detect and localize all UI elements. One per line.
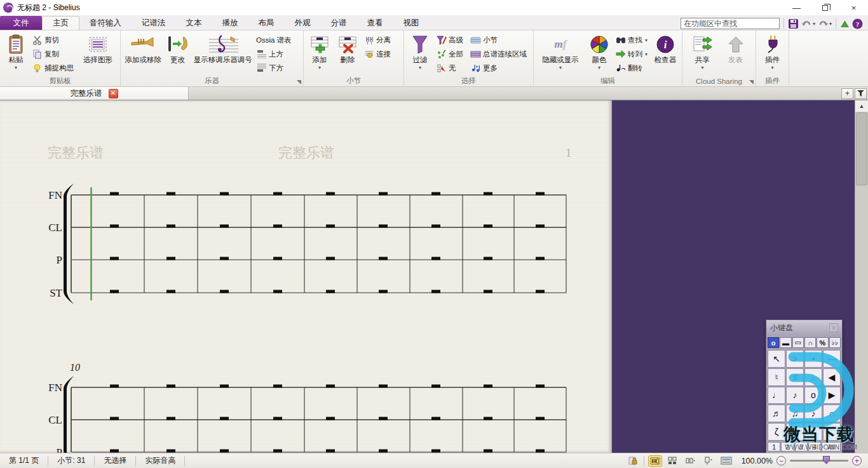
select-more-button[interactable]: 更多 [469, 62, 530, 74]
capture-idea-button[interactable]: 捕捉构思 [31, 62, 80, 74]
keypad-button-3[interactable]: — [823, 350, 841, 368]
zoom-out-button[interactable]: − [776, 456, 786, 465]
view-mode-spreads-button[interactable] [648, 455, 662, 467]
keypad-button-7[interactable]: ◀ [823, 368, 841, 386]
tab-close-button[interactable]: ✕ [109, 89, 118, 98]
ossia-above-button[interactable]: 上方 [255, 48, 301, 60]
keypad-button-18[interactable] [804, 423, 822, 441]
keypad-voice-3[interactable]: 3 [795, 442, 808, 451]
tab-file[interactable]: 文件 [0, 16, 42, 30]
keypad-button-10[interactable]: o [804, 387, 822, 404]
add-bar-dropdown-arrow[interactable]: ▾ [318, 65, 321, 70]
ribbon-tab-9[interactable]: 视图 [393, 16, 430, 30]
ribbon-tab-7[interactable]: 分谱 [321, 16, 357, 30]
keypad-title-bar[interactable]: 小键盘 x [766, 320, 842, 335]
keypad-button-6[interactable]: ♭ [804, 368, 822, 386]
paste-dropdown-arrow[interactable]: ▾ [15, 65, 17, 70]
cut-button[interactable]: 剪切 [31, 34, 80, 46]
flip-button[interactable]: 翻转 [614, 62, 651, 74]
keypad-button-8[interactable]: ♩ [768, 387, 785, 404]
keypad-layout-tab-0[interactable]: o [768, 337, 779, 348]
delete-bar-button[interactable]: 删除 [334, 32, 361, 65]
keypad-button-17[interactable] [786, 423, 804, 441]
keypad-voice-All[interactable]: All [822, 442, 841, 451]
add-remove-instruments-button[interactable]: 添加或移除 [123, 32, 163, 65]
keypad-layout-tab-2[interactable]: ▭ [792, 337, 804, 348]
zoom-in-button[interactable]: + [852, 456, 862, 465]
select-none-button[interactable]: 无 [435, 62, 468, 74]
keypad-voice-2[interactable]: 2 [781, 442, 794, 451]
vertical-scrollbar[interactable]: ▲ [855, 100, 868, 453]
keypad-button-1[interactable]: > [786, 350, 804, 368]
view-mode-single-button[interactable] [702, 455, 715, 467]
keypad-layout-tab-4[interactable]: % [817, 337, 828, 348]
keypad-voice-4[interactable]: 4 [808, 442, 821, 451]
view-mode-pages-button[interactable] [684, 455, 698, 467]
scrollbar-thumb[interactable] [856, 112, 867, 185]
transposing-score-button[interactable]: 显示移调乐器调号 [193, 32, 254, 65]
filter-button[interactable]: 过滤 ▾ [407, 32, 433, 72]
help-button[interactable]: ? [852, 17, 863, 30]
new-tab-button[interactable]: + [841, 88, 853, 99]
keypad-button-11[interactable]: ▶ [823, 387, 841, 404]
plugins-button[interactable]: 插件 ▾ [759, 32, 786, 72]
undo-button[interactable]: ▾ [801, 17, 815, 30]
restore-button[interactable] [811, 0, 839, 15]
select-passage-button[interactable]: 总谱连续区域 [469, 48, 530, 60]
keypad-button-4[interactable]: ♮ [768, 368, 785, 386]
transport-button[interactable] [840, 17, 850, 30]
keypad-button-14[interactable]: ♪ [804, 404, 822, 422]
ribbon-tab-8[interactable]: 查看 [357, 16, 393, 30]
share-dropdown-arrow[interactable]: ▾ [701, 65, 703, 70]
color-button[interactable]: 颜色 ▾ [586, 32, 613, 72]
ribbon-tab-4[interactable]: 播放 [212, 16, 248, 30]
keypad-voice-1[interactable]: 1 [768, 442, 780, 451]
add-bar-button[interactable]: 添加 ▾ [306, 32, 333, 72]
ribbon-tab-5[interactable]: 布局 [248, 16, 285, 30]
page-lock-button[interactable] [626, 455, 640, 467]
inspector-button[interactable]: i 检查器 [652, 32, 679, 65]
cloud-dialog-launcher[interactable]: ◥ [749, 79, 754, 85]
save-button[interactable] [788, 17, 799, 30]
keypad-button-13[interactable]: ♫ [786, 404, 804, 422]
keypad-button-19[interactable] [823, 423, 841, 441]
keypad-layout-tab-5[interactable]: ♭♭ [829, 337, 841, 348]
tab-full-score[interactable]: 完整乐谱 ✕ [0, 87, 189, 100]
ribbon-search-input[interactable] [681, 18, 780, 29]
advanced-filter-button[interactable]: 高级 [435, 34, 468, 46]
split-bar-button[interactable]: 分离 [362, 34, 398, 46]
keypad-button-2[interactable]: • [804, 350, 822, 368]
paste-button[interactable]: 粘贴 ▾ [3, 32, 29, 72]
panorama-button[interactable] [719, 455, 733, 467]
close-button[interactable]: × [839, 0, 868, 15]
keypad-button-0[interactable]: ↖ [768, 350, 785, 368]
tab-switcher-button[interactable] [855, 88, 867, 99]
scroll-up-button[interactable]: ▲ [855, 100, 868, 112]
select-graphics-button[interactable]: 选择图形 [81, 32, 114, 65]
redo-dropdown-arrow[interactable]: ▾ [829, 21, 832, 27]
find-dropdown-arrow[interactable]: ▾ [645, 37, 648, 43]
instruments-dialog-launcher[interactable]: ◥ [297, 79, 301, 85]
share-button[interactable]: 共享 ▾ [689, 32, 716, 72]
change-instrument-button[interactable]: 更改 [165, 32, 191, 65]
ossia-below-button[interactable]: 下方 [255, 62, 301, 74]
keypad-button-15[interactable]: ∩ [823, 404, 841, 422]
join-bar-button[interactable]: 连接 [362, 48, 398, 60]
ribbon-tab-6[interactable]: 外观 [285, 16, 321, 30]
color-dropdown-arrow[interactable]: ▾ [598, 65, 600, 70]
keypad-button-5[interactable]: ♯ [786, 368, 804, 386]
keypad-layout-tab-1[interactable]: ▬ [780, 337, 791, 348]
minimize-button[interactable]: — [782, 0, 811, 15]
copy-button[interactable]: 复制 [31, 48, 80, 60]
redo-button[interactable]: ▾ [818, 17, 832, 30]
hide-show-dropdown-arrow[interactable]: ▾ [559, 65, 562, 70]
find-button[interactable]: 查找 ▾ [614, 34, 651, 46]
undo-dropdown-arrow[interactable]: ▾ [813, 21, 815, 27]
hide-show-button[interactable]: mf 隐藏或显示 ▾ [536, 32, 585, 72]
ribbon-tab-0[interactable]: 主页 [42, 16, 79, 30]
keypad-button-16[interactable]: ζ [768, 423, 785, 441]
keypad-button-12[interactable]: ♬ [768, 404, 785, 422]
select-all-button[interactable]: 全部 [435, 48, 468, 60]
zoom-slider[interactable] [790, 460, 848, 462]
ribbon-tab-1[interactable]: 音符输入 [79, 16, 132, 30]
